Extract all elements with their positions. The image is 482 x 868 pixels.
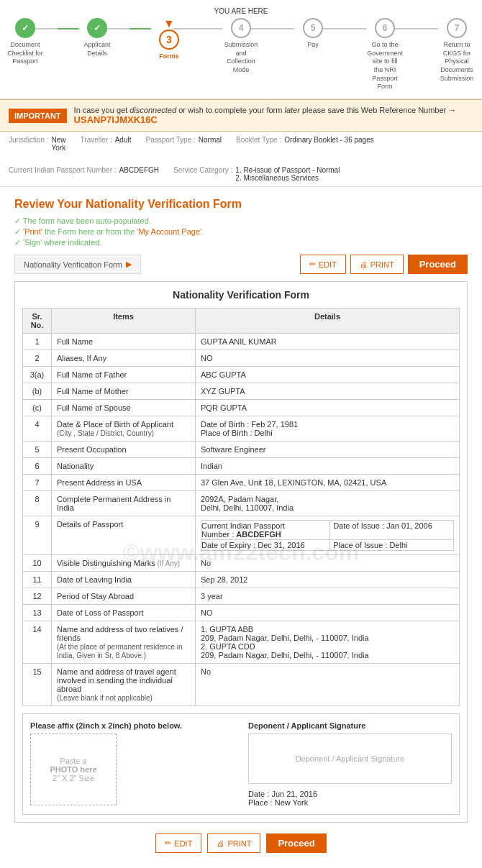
- print-button-top[interactable]: 🖨 PRINT: [350, 255, 404, 274]
- sr-1: 1: [23, 334, 52, 350]
- details-2: NO: [196, 350, 460, 367]
- details-11: Sep 28, 2012: [196, 572, 460, 588]
- print-icon-bottom: 🖨: [217, 839, 224, 848]
- traveller-item: Traveller : Adult: [81, 136, 132, 152]
- step-2-circle: ✓: [87, 18, 107, 38]
- booklet-type-item: Booklet Type : Ordinary Booklet - 36 pag…: [236, 136, 374, 152]
- step-1-label: Document Checklist for Passport: [7, 41, 43, 66]
- items-3c: Full Name of Spouse: [52, 400, 196, 416]
- items-15: Name and address of travel agent involve…: [52, 664, 196, 706]
- items-13: Date of Loss of Passport: [52, 605, 196, 621]
- step-4: 4 Submission and Collection Mode: [223, 18, 259, 75]
- jurisdiction-label: Jurisdiction :: [9, 136, 49, 152]
- proceed-button-bottom[interactable]: Proceed: [266, 833, 326, 853]
- details-15: No: [196, 664, 460, 706]
- table-row: 11 Date of Leaving India Sep 28, 2012: [23, 572, 460, 588]
- proceed-button-top[interactable]: Proceed: [408, 255, 468, 274]
- table-row: 15 Name and address of travel agent invo…: [23, 664, 460, 706]
- nv-table: Sr. No. Items Details 1 Full Name GUPTA …: [22, 308, 460, 706]
- checklist-item-1: ✓ The form have been auto-populated.: [14, 216, 468, 226]
- nationality-verification-tab[interactable]: Nationality Verification Form ▶: [14, 255, 141, 274]
- table-row: 10 Visible Distinguishing Marks (If Any)…: [23, 555, 460, 572]
- print-link[interactable]: 'Print': [23, 227, 42, 236]
- details-3c: PQR GUPTA: [196, 400, 460, 416]
- items-2: Aliases, If Any: [52, 350, 196, 367]
- table-row: 1 Full Name GUPTA ANIL KUMAR: [23, 334, 460, 350]
- details-3b: XYZ GUPTA: [196, 383, 460, 400]
- items-3a: Full Name of Father: [52, 367, 196, 383]
- step-6-label: Go to the Government site to fill the NR…: [367, 41, 403, 91]
- sr-13: 13: [23, 605, 52, 621]
- items-1: Full Name: [52, 334, 196, 350]
- date-label: Date :: [248, 790, 269, 798]
- booklet-type-label: Booklet Type :: [236, 136, 281, 152]
- table-row: 12 Period of Stay Abroad 3 year: [23, 588, 460, 605]
- items-9: Details of Passport: [52, 516, 196, 555]
- step-5-circle: 5: [303, 18, 323, 38]
- jurisdiction-item: Jurisdiction : NewYork: [9, 136, 66, 152]
- photo-text: PHOTO here: [50, 765, 96, 774]
- sr-4: 4: [23, 416, 52, 442]
- sr-5: 5: [23, 442, 52, 458]
- step-5: 5 Pay: [295, 18, 331, 50]
- step-3-circle: 3: [159, 29, 179, 50]
- items-6: Nationality: [52, 458, 196, 475]
- jurisdiction-value: NewYork: [52, 136, 66, 152]
- passport-type-item: Passport Type : Normal: [145, 136, 222, 152]
- table-row: 2 Aliases, If Any NO: [23, 350, 460, 367]
- service-values: 1. Re-issue of Passport - Normal 2. Misc…: [235, 166, 340, 182]
- page-title-plain: Review Your: [14, 198, 86, 210]
- ref-number: USANP7IJMXK16C: [74, 114, 158, 125]
- sr-14: 14: [23, 621, 52, 664]
- place-value: New York: [275, 798, 308, 807]
- details-3a: ABC GUPTA: [196, 367, 460, 383]
- items-5: Present Occupation: [52, 442, 196, 458]
- print-button-bottom[interactable]: 🖨 PRINT: [207, 833, 260, 853]
- paste-text: Paste a: [60, 757, 86, 765]
- bottom-action-buttons: ✏ EDIT 🖨 PRINT Proceed: [14, 833, 468, 853]
- items-12: Period of Stay Abroad: [52, 588, 196, 605]
- sr-3c: (c): [23, 400, 52, 416]
- sr-3b: (b): [23, 383, 52, 400]
- form-tabs-row-top: Nationality Verification Form ▶ ✏ EDIT 🖨…: [14, 255, 468, 274]
- table-row: 3(a) Full Name of Father ABC GUPTA: [23, 367, 460, 383]
- table-row: 5 Present Occupation Software Engineer: [23, 442, 460, 458]
- service-category-item: Service Category : 1. Re-issue of Passpo…: [173, 166, 340, 182]
- date-value: Jun 21, 2016: [271, 790, 317, 798]
- main-content: Review Your Nationality Verification For…: [0, 187, 482, 868]
- header-details: Details: [196, 309, 460, 334]
- details-10: No: [196, 555, 460, 572]
- table-row: 13 Date of Loss of Passport NO: [23, 605, 460, 621]
- details-12: 3 year: [196, 588, 460, 605]
- sr-10: 10: [23, 555, 52, 572]
- sr-3a: 3(a): [23, 367, 52, 383]
- info-bar: Jurisdiction : NewYork Traveller : Adult…: [0, 132, 482, 187]
- details-7: 37 Glen Ave, Unit 18, LEXINGTON, MA, 024…: [196, 475, 460, 491]
- booklet-type-value: Ordinary Booklet - 36 pages: [284, 136, 374, 152]
- passport-type-value: Normal: [199, 136, 222, 152]
- edit-button-bottom[interactable]: ✏ EDIT: [155, 833, 201, 853]
- table-row: 6 Nationality Indian: [23, 458, 460, 475]
- passport-number-label: Current Indian Passport Number :: [9, 166, 117, 182]
- account-link[interactable]: 'My Account Page': [137, 227, 201, 236]
- progress-bar: YOU ARE HERE ✓ Document Checklist for Pa…: [0, 0, 482, 99]
- table-row: 14 Name and address of two relatives / f…: [23, 621, 460, 664]
- sig-section-label: Deponent / Applicant Signature: [248, 721, 452, 730]
- details-4: Date of Birth : Feb 27, 1981Place of Bir…: [196, 416, 460, 442]
- form-tab-label: Nationality Verification Form: [24, 260, 122, 269]
- service-label: Service Category :: [173, 166, 232, 182]
- sr-2: 2: [23, 350, 52, 367]
- important-tag: IMPORTANT: [9, 109, 67, 123]
- edit-button-top[interactable]: ✏ EDIT: [300, 255, 346, 274]
- sr-11: 11: [23, 572, 52, 588]
- step-2: ✓ Applicant Details: [79, 18, 115, 58]
- nv-form-title: Nationality Verification Form: [22, 289, 460, 301]
- step-3-label: Forms: [159, 52, 179, 61]
- page-title-bold: Nationality Verification Form: [86, 198, 242, 210]
- photo-sig-row: Please affix (2inch x 2inch) photo below…: [22, 713, 460, 815]
- details-8: 2092A, Padam Nagar,Delhi, Delhi, 110007,…: [196, 491, 460, 516]
- step-7: 7 Return to CKGS for Physical Documents …: [439, 18, 475, 83]
- sr-12: 12: [23, 588, 52, 605]
- photo-box: Paste a PHOTO here 2" X 2" Size: [30, 734, 117, 805]
- sr-9: 9: [23, 516, 52, 555]
